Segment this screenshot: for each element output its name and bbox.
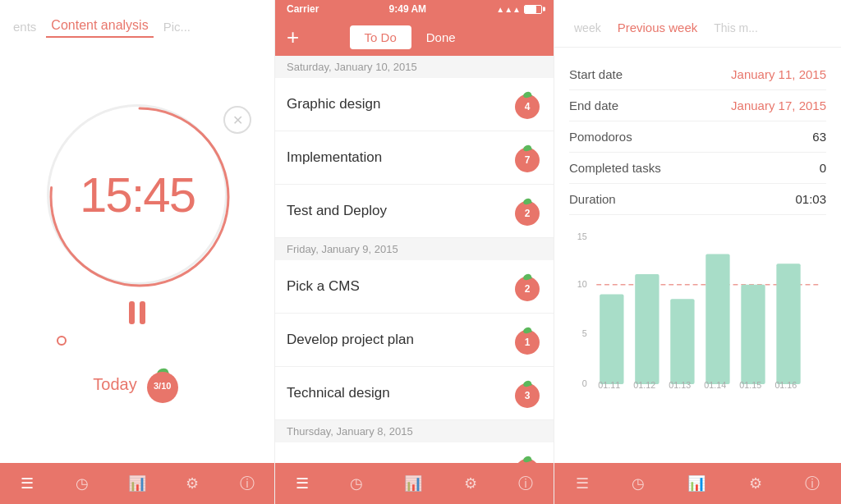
list-item[interactable]: Technical design 3: [275, 367, 554, 420]
nav-this-month[interactable]: This m...: [705, 18, 766, 38]
completed-value: 0: [820, 161, 826, 175]
date-header-jan8: Thursday, January 8, 2015: [275, 420, 554, 442]
nav-chart-icon[interactable]: 📊: [122, 469, 152, 498]
list-item[interactable]: Implementation 7: [275, 131, 554, 185]
nav-info-icon[interactable]: ⓘ: [232, 469, 262, 498]
status-icons: ▲▲▲: [496, 5, 542, 14]
tab-todo[interactable]: To Do: [350, 25, 411, 49]
nav-info-icon[interactable]: ⓘ: [518, 474, 533, 493]
start-date-value: January 11, 2015: [731, 67, 826, 81]
progress-ring: [47, 104, 232, 290]
bar-chart: 0 5 10 15 01: [569, 228, 826, 392]
nav-clock-icon[interactable]: ◷: [67, 469, 97, 498]
pomodoros-value: 63: [812, 130, 826, 144]
phone-status-bar: Carrier 9:49 AM ▲▲▲: [275, 0, 554, 18]
svg-text:10: 10: [577, 279, 587, 289]
nav-info-icon[interactable]: ⓘ: [805, 474, 820, 493]
svg-point-0: [51, 108, 228, 286]
tomato-count: 3: [512, 378, 542, 408]
nav-clock-icon[interactable]: ◷: [350, 474, 363, 493]
date-label-jan9: Friday, January 9, 2015: [287, 243, 398, 255]
duration-value: 01:03: [795, 192, 826, 206]
stats-row-end-date: End date January 17, 2015: [569, 90, 826, 121]
task-label: Implementation: [287, 149, 382, 166]
tomato-badge-text: 3/10: [154, 381, 171, 391]
list-item[interactable]: Test and Deploy 2: [275, 185, 554, 238]
bar-jan16: [776, 263, 800, 384]
svg-text:01.13: 01.13: [669, 380, 691, 390]
pause-bar-left: [129, 301, 135, 324]
today-label: Today: [93, 375, 136, 394]
nav-item-pic[interactable]: Pic...: [159, 16, 195, 37]
list-item[interactable]: Develop requirements 3: [275, 442, 554, 463]
stats-row-completed: Completed tasks 0: [569, 153, 826, 184]
timer-panel: ents Content analysis Pic... ✕ 15:45 Tod…: [0, 0, 275, 504]
svg-text:01.11: 01.11: [598, 380, 620, 390]
nav-previous-week[interactable]: Previous week: [609, 17, 706, 38]
nav-week[interactable]: week: [566, 18, 609, 38]
date-header-jan9: Friday, January 9, 2015: [275, 238, 554, 260]
nav-list-icon[interactable]: ☰: [576, 474, 589, 493]
svg-text:01.12: 01.12: [633, 380, 655, 390]
task-label: Develop project plan: [287, 332, 414, 348]
svg-text:01.16: 01.16: [774, 380, 797, 390]
carrier-label: Carrier: [287, 3, 319, 15]
tomato-count: 4: [512, 89, 542, 119]
nav-list-icon[interactable]: ☰: [296, 474, 309, 493]
tomato-count: 2: [512, 272, 542, 301]
signal-icon: ▲▲▲: [496, 5, 521, 14]
task-label: Graphic design: [287, 96, 380, 112]
nav-gear-icon[interactable]: ⚙: [749, 474, 762, 493]
list-item[interactable]: Develop project plan 1: [275, 314, 554, 367]
todo-panel: Carrier 9:49 AM ▲▲▲ + To Do Done Saturda…: [275, 0, 554, 504]
list-item[interactable]: Pick a CMS 2: [275, 260, 554, 314]
nav-item-events[interactable]: ents: [8, 16, 41, 37]
add-task-button[interactable]: +: [287, 26, 299, 48]
nav-list-icon[interactable]: ☰: [12, 469, 42, 498]
nav-chart-icon[interactable]: 📊: [404, 474, 422, 493]
nav-chart-icon[interactable]: 📊: [687, 474, 705, 493]
timer-circle: 15:45: [47, 104, 227, 285]
bar-jan12: [635, 274, 659, 384]
start-date-label: Start date: [569, 67, 623, 81]
svg-text:5: 5: [582, 328, 587, 338]
tomato-count: 7: [512, 143, 542, 172]
bar-jan14: [705, 254, 729, 384]
end-date-label: End date: [569, 99, 618, 112]
bar-jan11: [600, 294, 623, 384]
duration-label: Duration: [569, 192, 616, 206]
status-time: 9:49 AM: [389, 3, 427, 15]
stats-nav: week Previous week This m...: [554, 0, 841, 48]
today-badge: Today 3/10: [93, 365, 181, 403]
pomodoros-label: Pomodoros: [569, 130, 632, 144]
timer-bottom-nav: ☰ ◷ 📊 ⚙ ⓘ: [0, 463, 274, 504]
todo-tabs: To Do Done: [350, 25, 471, 49]
nav-clock-icon[interactable]: ◷: [632, 474, 645, 493]
tomato-badge: 3/10: [144, 365, 182, 403]
todo-list: Saturday, January 10, 2015 Graphic desig…: [275, 56, 554, 463]
timer-area: ✕ 15:45 Today 3/10: [0, 44, 274, 463]
nav-item-content-analysis[interactable]: Content analysis: [46, 15, 153, 38]
bar-jan15: [741, 285, 765, 384]
tab-done[interactable]: Done: [411, 25, 471, 49]
timer-scrubber[interactable]: [57, 336, 67, 346]
todo-bottom-nav: ☰ ◷ 📊 ⚙ ⓘ: [275, 463, 554, 504]
list-item[interactable]: Graphic design 4: [275, 78, 554, 131]
nav-gear-icon[interactable]: ⚙: [464, 474, 477, 493]
date-label-jan8: Thursday, January 8, 2015: [287, 425, 413, 438]
stats-row-duration: Duration 01:03: [569, 184, 826, 215]
stats-panel: week Previous week This m... Start date …: [554, 0, 841, 504]
todo-header: + To Do Done: [275, 18, 554, 56]
completed-label: Completed tasks: [569, 161, 661, 175]
pause-button[interactable]: [129, 301, 145, 324]
battery-icon: [524, 5, 542, 14]
timer-top-nav: ents Content analysis Pic...: [0, 0, 274, 44]
stats-row-pomodoros: Pomodoros 63: [569, 121, 826, 153]
chart-svg: 0 5 10 15 01: [569, 228, 826, 392]
svg-text:15: 15: [577, 231, 587, 241]
svg-text:0: 0: [582, 378, 587, 388]
svg-text:01.14: 01.14: [704, 380, 726, 390]
task-label: Pick a CMS: [287, 278, 360, 295]
nav-gear-icon[interactable]: ⚙: [177, 469, 207, 498]
svg-text:01.15: 01.15: [739, 380, 761, 390]
